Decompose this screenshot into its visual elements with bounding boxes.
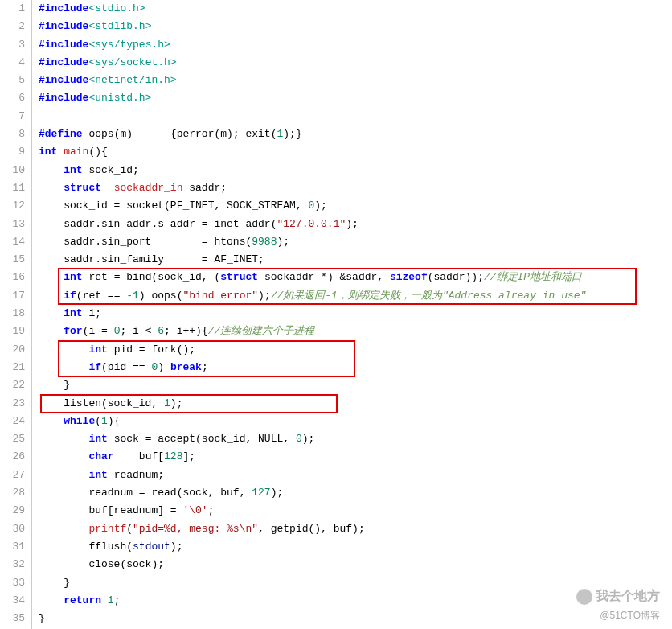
code-line: while(1){ (39, 413, 672, 430)
code-line: #include<stdio.h> (39, 0, 672, 18)
line-number: 32 (0, 556, 25, 574)
code-line: if(ret == -1) oops("bind error");//如果返回-… (39, 287, 672, 305)
line-number: 28 (0, 484, 25, 502)
line-number: 1 (0, 0, 25, 18)
watermark-wechat: 我去个地方 (576, 588, 660, 605)
line-number: 8 (0, 125, 25, 143)
line-number: 31 (0, 538, 25, 556)
code-line: int sock_id; (39, 162, 672, 179)
wechat-icon (576, 589, 592, 605)
code-line: fflush(stdout); (39, 538, 672, 556)
code-line: int main(){ (39, 143, 672, 161)
line-number: 34 (0, 592, 25, 610)
code-line: sock_id = socket(PF_INET, SOCK_STREAM, 0… (39, 197, 672, 215)
code-line: #include<netinet/in.h> (39, 72, 672, 89)
code-line: if(pid == 0) break; (39, 359, 672, 376)
code-line: for(i = 0; i < 6; i++){//连续创建六个子进程 (39, 323, 672, 340)
line-number: 2 (0, 18, 25, 35)
line-number: 19 (0, 323, 25, 340)
line-number: 25 (0, 430, 25, 448)
line-number: 5 (0, 72, 25, 89)
line-number: 4 (0, 54, 25, 72)
code-line: #include<sys/types.h> (39, 36, 672, 54)
code-line: listen(sock_id, 1); (39, 395, 672, 413)
line-number: 12 (0, 197, 25, 215)
line-number: 26 (0, 448, 25, 466)
code-line: #include<unistd.h> (39, 89, 672, 107)
line-number-gutter: 1 2 3 4 5 6 7 8 9 10 11 12 13 14 15 16 1… (0, 0, 32, 629)
code-editor: 1 2 3 4 5 6 7 8 9 10 11 12 13 14 15 16 1… (0, 0, 672, 629)
code-line: int readnum; (39, 467, 672, 484)
line-number: 18 (0, 305, 25, 323)
code-line: readnum = read(sock, buf, 127); (39, 484, 672, 502)
code-line: int sock = accept(sock_id, NULL, 0); (39, 430, 672, 448)
line-number: 9 (0, 143, 25, 161)
code-line: buf[readnum] = '\0'; (39, 502, 672, 520)
code-line: #define oops(m) {perror(m); exit(1);} (39, 125, 672, 143)
line-number: 16 (0, 269, 25, 286)
code-line: #include<stdlib.h> (39, 18, 672, 35)
code-line: int ret = bind(sock_id, (struct sockaddr… (39, 269, 672, 286)
line-number: 33 (0, 574, 25, 592)
line-number: 27 (0, 467, 25, 484)
code-line: } (39, 610, 672, 627)
code-line: } (39, 376, 672, 394)
line-number: 14 (0, 233, 25, 251)
line-number: 20 (0, 341, 25, 359)
code-line: close(sock); (39, 556, 672, 574)
code-line (39, 108, 672, 125)
code-line: #include<sys/socket.h> (39, 54, 672, 72)
line-number: 10 (0, 162, 25, 179)
code-content: #include<stdio.h> #include<stdlib.h> #in… (32, 0, 672, 629)
line-number: 22 (0, 376, 25, 394)
code-line: int pid = fork(); (39, 341, 672, 359)
code-line: struct sockaddr_in saddr; (39, 179, 672, 197)
line-number: 30 (0, 520, 25, 538)
line-number: 23 (0, 395, 25, 413)
line-number: 11 (0, 179, 25, 197)
line-number: 7 (0, 108, 25, 125)
line-number: 24 (0, 413, 25, 430)
code-line: saddr.sin_port = htons(9988); (39, 233, 672, 251)
watermark-blog: @51CTO博客 (600, 609, 660, 623)
code-line: saddr.sin_family = AF_INET; (39, 251, 672, 269)
line-number: 29 (0, 502, 25, 520)
line-number: 35 (0, 610, 25, 627)
line-number: 13 (0, 216, 25, 233)
line-number: 15 (0, 251, 25, 269)
line-number: 3 (0, 36, 25, 54)
code-line: char buf[128]; (39, 448, 672, 466)
line-number: 17 (0, 287, 25, 305)
code-line: printf("pid=%d, mesg: %s\n", getpid(), b… (39, 520, 672, 538)
code-line: int i; (39, 305, 672, 323)
line-number: 6 (0, 89, 25, 107)
code-line: saddr.sin_addr.s_addr = inet_addr("127.0… (39, 216, 672, 233)
line-number: 21 (0, 359, 25, 376)
